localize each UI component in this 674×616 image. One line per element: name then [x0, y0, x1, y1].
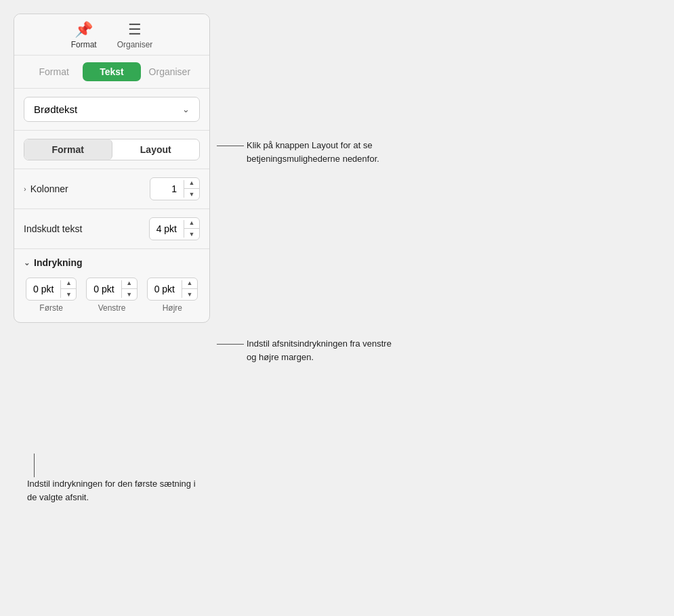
tab-organiser[interactable]: Organiser: [141, 62, 198, 81]
hoejre-col: 0 pkt ▲ ▼ Højre: [145, 278, 200, 313]
first-callout-vline: [34, 454, 35, 477]
dropdown-value: Brødtekst: [34, 104, 77, 115]
indskudt-down-button[interactable]: ▼: [184, 229, 199, 240]
foerste-up-button[interactable]: ▲: [61, 278, 76, 289]
foerste-label: Første: [39, 303, 63, 313]
venstre-arrows: ▲ ▼: [122, 278, 137, 300]
venstre-down-button[interactable]: ▼: [122, 289, 137, 300]
hoejre-value: 0 pkt: [148, 280, 182, 298]
sub-tabs: Format Layout: [24, 139, 200, 160]
sub-tab-format[interactable]: Format: [24, 139, 112, 160]
kolonner-chevron-icon: ›: [24, 185, 26, 193]
hoejre-stepper: 0 pkt ▲ ▼: [147, 278, 198, 301]
chevron-down-icon: ⌄: [182, 104, 190, 114]
foerste-value: 0 pkt: [26, 280, 61, 298]
layout-callout-line: [217, 146, 244, 146]
kolonner-down-button[interactable]: ▼: [184, 189, 199, 200]
indskudt-stepper: 4 pkt ▲ ▼: [149, 217, 200, 240]
format-panel: 📌 Format ☰ Organiser Format Tekst Organi…: [14, 14, 210, 323]
main-container: 📌 Format ☰ Organiser Format Tekst Organi…: [14, 14, 660, 521]
margin-callout-text: Indstil afsnitsindrykningen fra venstre …: [247, 337, 402, 364]
kolonner-value: 1: [150, 180, 184, 198]
style-dropdown-row: Brødtekst ⌄: [14, 89, 209, 131]
hoejre-up-button[interactable]: ▲: [182, 278, 197, 289]
margin-callout-line: [217, 344, 244, 345]
venstre-stepper: 0 pkt ▲ ▼: [86, 278, 137, 301]
kolonner-arrows: ▲ ▼: [184, 178, 199, 200]
foerste-down-button[interactable]: ▼: [61, 289, 76, 300]
indrykning-section: ⌄ Indrykning: [14, 249, 209, 273]
kolonner-label-group: › Kolonner: [24, 183, 68, 194]
indrykning-chevron-icon: ⌄: [24, 259, 30, 267]
hoejre-down-button[interactable]: ▼: [182, 289, 197, 300]
format-toolbar-label: Format: [71, 40, 97, 49]
layout-callout: Klik på knappen Layout for at se betjeni…: [217, 139, 402, 165]
indskudt-value: 4 pkt: [150, 220, 184, 238]
tabs-row: Format Tekst Organiser: [14, 56, 209, 89]
indskudt-label: Indskudt tekst: [24, 223, 82, 234]
indskudt-up-button[interactable]: ▲: [184, 218, 199, 229]
layout-callout-text: Klik på knappen Layout for at se betjeni…: [247, 139, 402, 165]
foerste-col: 0 pkt ▲ ▼ Første: [24, 278, 79, 313]
organiser-icon: ☰: [128, 22, 142, 37]
venstre-label: Venstre: [98, 303, 126, 313]
first-callout-text: Indstil indrykningen for den første sætn…: [27, 477, 203, 504]
sub-tab-layout[interactable]: Layout: [112, 139, 200, 160]
venstre-value: 0 pkt: [87, 280, 121, 298]
style-dropdown[interactable]: Brødtekst ⌄: [24, 97, 200, 122]
triple-stepper-row: 0 pkt ▲ ▼ Første 0 pkt ▲ ▼ Venstr: [14, 273, 209, 322]
indskudt-arrows: ▲ ▼: [184, 218, 199, 240]
hoejre-arrows: ▲ ▼: [182, 278, 197, 300]
kolonner-label: Kolonner: [30, 183, 68, 194]
organiser-toolbar-label: Organiser: [117, 40, 153, 49]
indskudt-row: Indskudt tekst 4 pkt ▲ ▼: [14, 209, 209, 249]
toolbar: 📌 Format ☰ Organiser: [14, 14, 209, 56]
venstre-col: 0 pkt ▲ ▼ Venstre: [84, 278, 139, 313]
margin-callout: Indstil afsnitsindrykningen fra venstre …: [217, 337, 402, 364]
foerste-arrows: ▲ ▼: [61, 278, 76, 300]
tab-format[interactable]: Format: [25, 62, 83, 81]
indrykning-label: Indrykning: [34, 257, 83, 268]
kolonner-row: › Kolonner 1 ▲ ▼: [14, 169, 209, 209]
kolonner-stepper: 1 ▲ ▼: [150, 177, 200, 200]
format-pin-icon: 📌: [75, 22, 93, 37]
format-toolbar-btn[interactable]: 📌 Format: [71, 22, 97, 49]
tab-tekst[interactable]: Tekst: [83, 62, 140, 81]
annotations-area: Klik på knappen Layout for at se betjeni…: [217, 14, 660, 521]
hoejre-label: Højre: [163, 303, 182, 313]
organiser-toolbar-btn[interactable]: ☰ Organiser: [117, 22, 153, 49]
foerste-stepper: 0 pkt ▲ ▼: [26, 278, 77, 301]
venstre-up-button[interactable]: ▲: [122, 278, 137, 289]
sub-tabs-row: Format Layout: [14, 131, 209, 169]
kolonner-up-button[interactable]: ▲: [184, 178, 199, 189]
first-callout: Indstil indrykningen for den første sætn…: [27, 454, 203, 504]
